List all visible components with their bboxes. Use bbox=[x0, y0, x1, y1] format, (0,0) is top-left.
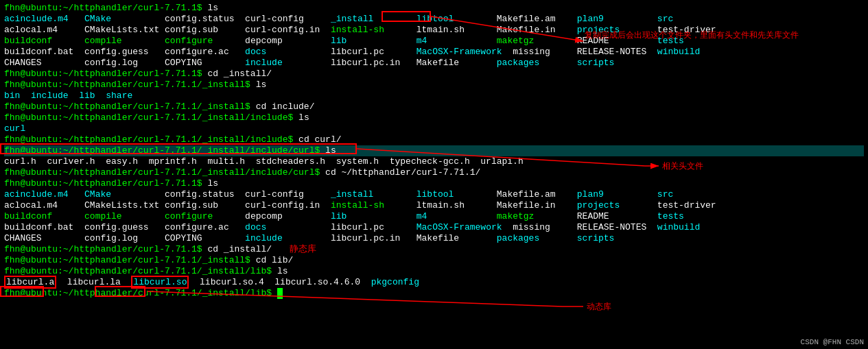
line-4: buildconf compile configure depcomp lib … bbox=[4, 36, 864, 47]
line-26: libcurl.a libcurl.la libcurl.so libcurl.… bbox=[4, 277, 864, 288]
watermark: CSDN @FHN CSDN bbox=[801, 338, 864, 346]
line-16: fhn@ubuntu:~/httphandler/curl-7.71.1/_in… bbox=[4, 167, 864, 178]
line-13: fhn@ubuntu:~/httphandler/curl-7.71.1/_in… bbox=[4, 134, 864, 145]
cmd-1: ls bbox=[202, 3, 218, 13]
line-18: acinclude.m4 CMake config.status curl-co… bbox=[4, 189, 864, 200]
line-12: curl bbox=[4, 123, 864, 134]
line-27: fhn@ubuntu:~/httphandler/curl-7.71.1/_in… bbox=[4, 288, 864, 299]
line-5: buildconf.bat config.guess configure.ac … bbox=[4, 47, 864, 58]
line-22: CHANGES config.log COPYING include libcu… bbox=[4, 233, 864, 244]
line-7: fhn@ubuntu:~/httphandler/curl-7.71.1$ cd… bbox=[4, 69, 864, 80]
line-6: CHANGES config.log COPYING include libcu… bbox=[4, 58, 864, 69]
line-17: fhn@ubuntu:~/httphandler/curl-7.71.1$ ls bbox=[4, 178, 864, 189]
terminal: fhn@ubuntu:~/httphandler/curl-7.71.1$ ls… bbox=[0, 0, 868, 349]
line-21: buildconf.bat config.guess configure.ac … bbox=[4, 222, 864, 233]
line-23: fhn@ubuntu:~/httphandler/curl-7.71.1$ cd… bbox=[4, 244, 864, 255]
prompt-1: fhn@ubuntu:~/httphandler/curl-7.71.1$ bbox=[4, 3, 202, 13]
line-10: fhn@ubuntu:~/httphandler/curl-7.71.1/_in… bbox=[4, 101, 864, 112]
line-9: bin include lib share bbox=[4, 91, 864, 101]
line-15: curl.h curlver.h easy.h mprintf.h multi.… bbox=[4, 156, 864, 167]
line-8: fhn@ubuntu:~/httphandler/curl-7.71.1/_in… bbox=[4, 80, 864, 91]
line-19: aclocal.m4 CMakeLists.txt config.sub cur… bbox=[4, 200, 864, 211]
line-1: fhn@ubuntu:~/httphandler/curl-7.71.1$ ls bbox=[4, 3, 864, 14]
svg-text:动态库: 动态库 bbox=[587, 302, 611, 311]
line-14: fhn@ubuntu:~/httphandler/curl-7.71.1/_in… bbox=[4, 145, 864, 156]
line-20: buildconf compile configure depcomp lib … bbox=[4, 211, 864, 222]
line-11: fhn@ubuntu:~/httphandler/curl-7.71.1/_in… bbox=[4, 112, 864, 123]
line-24: fhn@ubuntu:~/httphandler/curl-7.71.1/_in… bbox=[4, 255, 864, 266]
line-3: aclocal.m4 CMakeLists.txt config.sub cur… bbox=[4, 25, 864, 36]
line-2: acinclude.m4 CMake config.status curl-co… bbox=[4, 14, 864, 25]
